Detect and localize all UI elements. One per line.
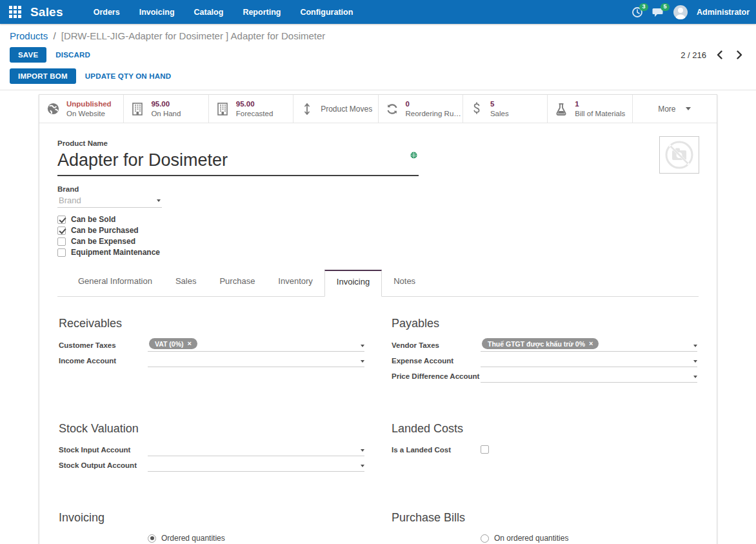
stat-product-moves[interactable]: Product Moves <box>293 95 378 123</box>
tab-invoicing[interactable]: Invoicing <box>324 270 382 297</box>
apps-grid-icon[interactable] <box>9 6 21 18</box>
landed-costs-title: Landed Costs <box>392 422 697 436</box>
translate-globe-icon[interactable] <box>410 150 417 161</box>
on-ordered-quantities-option[interactable]: On ordered quantities <box>481 534 571 543</box>
ordered-quantities-option[interactable]: Ordered quantities <box>148 534 229 543</box>
stat-forecasted[interactable]: 95.00 Forecasted <box>209 95 293 123</box>
expense-account-row: Expense Account <box>392 354 697 367</box>
chevron-down-icon <box>361 449 364 452</box>
stock-output-account-label: Stock Output Account <box>59 461 148 472</box>
expense-account-label: Expense Account <box>392 357 481 367</box>
forecasted-label: Forecasted <box>236 110 274 117</box>
product-name-input[interactable]: Adapter for Dosimeter <box>57 150 410 170</box>
ordered-quantities-radio[interactable] <box>148 534 156 543</box>
stat-sales[interactable]: 5 Sales <box>463 95 548 123</box>
customer-tax-tag-label: VAT (0%) <box>155 340 184 348</box>
user-avatar[interactable] <box>673 5 688 19</box>
import-bom-button[interactable]: IMPORT BOM <box>10 68 76 84</box>
tab-general-information[interactable]: General Information <box>66 270 164 296</box>
menu-invoicing[interactable]: Invoicing <box>131 1 183 23</box>
menu-orders[interactable]: Orders <box>85 1 128 23</box>
sales-value: 5 <box>490 100 494 108</box>
reordering-value: 0 <box>406 100 410 108</box>
is-landed-cost-row: Is a Landed Cost <box>392 443 697 456</box>
product-image-placeholder[interactable] <box>659 136 699 174</box>
pager-value: 2 / 216 <box>681 50 706 60</box>
remove-tag-icon[interactable]: × <box>589 340 593 347</box>
app-title[interactable]: Sales <box>30 5 63 19</box>
on-hand-label: On Hand <box>151 110 181 117</box>
menu-reporting[interactable]: Reporting <box>234 1 289 23</box>
messages-icon[interactable]: 5 <box>652 6 664 18</box>
stock-output-account-input[interactable] <box>148 459 364 472</box>
vendor-taxes-input[interactable]: Thuế GTGT được khấu trừ 0% × <box>481 337 697 352</box>
tab-sales[interactable]: Sales <box>164 270 208 296</box>
landed-costs-group: Landed Costs Is a Landed Cost <box>392 422 697 474</box>
customer-taxes-input[interactable]: VAT (0%) × <box>148 337 364 352</box>
can-be-purchased-checkbox-row[interactable]: Can be Purchased <box>57 226 699 235</box>
equipment-maintenance-label: Equipment Maintenance <box>71 248 160 257</box>
purchase-bills-group: Purchase Bills Control Policy On ordered… <box>392 511 697 544</box>
on-hand-value: 95.00 <box>151 100 170 108</box>
vendor-tax-tag-label: Thuế GTGT được khấu trừ 0% <box>488 340 585 348</box>
tab-purchase[interactable]: Purchase <box>208 270 266 296</box>
chevron-down-icon <box>693 345 697 347</box>
stat-bill-of-materials[interactable]: 1 Bill of Materials <box>548 95 632 123</box>
stat-reordering-rules[interactable]: 0 Reordering Ru… <box>379 95 463 123</box>
menu-configuration[interactable]: Configuration <box>292 1 361 23</box>
brand-field-block: Brand Brand <box>57 185 699 208</box>
top-navbar: Sales Orders Invoicing Catalog Reporting… <box>0 0 756 24</box>
update-qty-on-hand-button[interactable]: UPDATE QTY ON HAND <box>76 68 181 84</box>
customer-taxes-label: Customer Taxes <box>59 341 148 352</box>
stat-on-website[interactable]: Unpublished On Website <box>39 95 124 123</box>
breadcrumb-separator: / <box>53 30 55 41</box>
save-button[interactable]: SAVE <box>10 47 46 63</box>
pager-next-button[interactable] <box>733 49 746 61</box>
can-be-purchased-checkbox[interactable] <box>57 227 66 235</box>
invoicing-policy-options: Ordered quantities Delivered quantities <box>148 532 229 544</box>
tab-notes[interactable]: Notes <box>382 270 427 296</box>
more-button[interactable]: More <box>633 95 717 123</box>
payables-group: Payables Vendor Taxes Thuế GTGT được khấ… <box>392 317 697 385</box>
sales-label: Sales <box>490 110 509 117</box>
flask-icon <box>553 103 569 116</box>
invoicing-tab-content: Receivables Customer Taxes VAT (0%) × In <box>57 297 699 544</box>
stock-valuation-group: Stock Valuation Stock Input Account Stoc… <box>59 422 364 474</box>
stat-on-hand[interactable]: 95.00 On Hand <box>124 95 208 123</box>
equipment-maintenance-checkbox[interactable] <box>57 248 66 257</box>
brand-select[interactable]: Brand <box>57 194 162 208</box>
expense-account-input[interactable] <box>481 355 697 367</box>
pager-previous-button[interactable] <box>713 49 726 61</box>
reordering-label: Reordering Ru… <box>406 110 461 117</box>
user-menu[interactable]: Administrator <box>697 8 750 17</box>
forecasted-value: 95.00 <box>236 100 255 108</box>
price-difference-account-input[interactable] <box>481 370 697 383</box>
website-status-label: On Website <box>66 110 105 117</box>
remove-tag-icon[interactable]: × <box>188 340 192 347</box>
can-be-sold-checkbox-row[interactable]: Can be Sold <box>57 215 699 224</box>
building-icon <box>130 103 145 116</box>
customer-tax-tag: VAT (0%) × <box>149 338 197 349</box>
is-landed-cost-checkbox[interactable] <box>481 445 489 454</box>
stock-input-account-row: Stock Input Account <box>59 443 364 456</box>
stock-input-account-input[interactable] <box>148 444 364 456</box>
can-be-expensed-checkbox-row[interactable]: Can be Expensed <box>57 237 699 246</box>
more-label: More <box>658 105 675 114</box>
tab-inventory[interactable]: Inventory <box>266 270 324 296</box>
breadcrumb-products-link[interactable]: Products <box>10 30 48 41</box>
menu-catalog[interactable]: Catalog <box>186 1 232 23</box>
discard-button[interactable]: DISCARD <box>46 47 99 63</box>
stock-valuation-title: Stock Valuation <box>59 422 364 436</box>
equipment-maintenance-checkbox-row[interactable]: Equipment Maintenance <box>57 248 699 257</box>
globe-icon <box>45 102 61 116</box>
activity-clock-icon[interactable]: 3 <box>632 6 643 18</box>
navbar-right: 3 5 Administrator <box>632 5 750 19</box>
price-difference-account-label: Price Difference Account <box>392 372 481 383</box>
invoicing-title: Invoicing <box>59 511 364 525</box>
can-be-expensed-checkbox[interactable] <box>57 237 66 246</box>
main-menu: Orders Invoicing Catalog Reporting Confi… <box>85 1 362 23</box>
can-be-sold-checkbox[interactable] <box>57 216 66 224</box>
on-ordered-quantities-radio[interactable] <box>481 534 489 543</box>
pager: 2 / 216 <box>681 49 746 61</box>
income-account-input[interactable] <box>148 355 364 367</box>
